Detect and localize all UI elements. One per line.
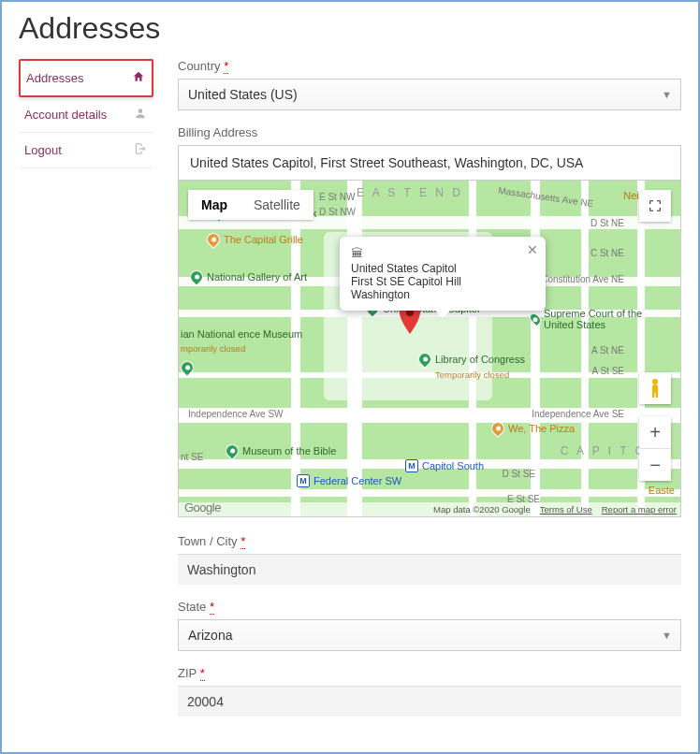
zip-label: ZIP *	[178, 666, 681, 680]
map-terms-link[interactable]: Terms of Use	[540, 504, 592, 515]
page-title: Addresses	[19, 11, 681, 46]
sidebar-item-label: Addresses	[26, 71, 83, 85]
sidebar: Addresses Account details Logout	[19, 59, 153, 732]
info-title: United States Capitol	[351, 262, 457, 275]
road-label: Independence Ave SW	[188, 409, 284, 419]
map-poi[interactable]: We, The Pizza	[491, 422, 575, 435]
map-poi[interactable]: Easte	[649, 485, 675, 496]
sidebar-item-label: Logout	[24, 143, 62, 157]
billing-address-input[interactable]	[178, 145, 681, 181]
logout-icon	[133, 142, 148, 158]
map-type-control: Map Satellite	[188, 190, 314, 220]
zip-input[interactable]	[178, 686, 681, 717]
fullscreen-button[interactable]	[639, 190, 671, 222]
road-label: D St SE	[502, 469, 535, 479]
svg-point-2	[652, 379, 658, 384]
svg-rect-5	[656, 392, 658, 398]
info-line: First St SE Capitol Hill Washington	[351, 275, 461, 301]
map-poi[interactable]: Library of Congress Temporarily closed	[418, 353, 525, 380]
zoom-in-button[interactable]: +	[639, 416, 671, 448]
zoom-out-button[interactable]: −	[639, 449, 671, 481]
road-label: A St SE	[592, 366, 624, 376]
map-info-window: ✕ 🏛 United States Capitol First St SE Ca…	[340, 237, 546, 311]
map-footer: Google Map data ©2020 Google Terms of Us…	[179, 502, 680, 516]
map-type-satellite-button[interactable]: Satellite	[241, 190, 314, 220]
sidebar-item-addresses[interactable]: Addresses	[19, 59, 153, 97]
map-poi[interactable]: Museum of the Bible	[226, 444, 336, 457]
billing-label: Billing Address	[178, 125, 681, 139]
road-label: Independence Ave SE	[532, 409, 624, 419]
svg-rect-4	[652, 392, 654, 398]
country-label: Country *	[178, 59, 681, 73]
state-select[interactable]: Arizona	[178, 619, 681, 651]
svg-point-0	[139, 109, 143, 113]
home-icon	[131, 70, 146, 86]
map-zoom-control: + −	[639, 416, 671, 481]
map-area-label: E A S T E N D	[357, 186, 463, 199]
map-metro-poi[interactable]: MFederal Center SW	[297, 474, 401, 487]
town-label: Town / City *	[178, 534, 681, 548]
map-poi[interactable]: ian National ence Museum mporarily close…	[181, 328, 302, 374]
map-copyright: Map data ©2020 Google	[433, 504, 531, 515]
landmark-icon: 🏛	[351, 246, 363, 260]
close-icon[interactable]: ✕	[527, 242, 538, 257]
road-label: C St NE	[591, 248, 624, 258]
user-icon	[133, 107, 148, 123]
map-type-map-button[interactable]: Map	[188, 190, 241, 220]
road-label: A St NE	[591, 345, 624, 355]
map-metro-poi[interactable]: MCapitol South	[405, 459, 484, 472]
road-label: E St NW	[319, 192, 355, 202]
map-poi[interactable]: National Gallery of Art	[190, 270, 307, 283]
main-form: Country * United States (US) ▼ Billing A…	[178, 59, 681, 732]
road-label: Constitution Ave NE	[541, 274, 624, 284]
sidebar-item-logout[interactable]: Logout	[19, 133, 153, 168]
sidebar-item-label: Account details	[24, 108, 107, 122]
map-poi[interactable]: Supreme Court of the United States	[531, 308, 652, 330]
road-label: nt SE	[181, 452, 203, 462]
country-select[interactable]: United States (US)	[178, 79, 681, 110]
road-label: D St NE	[591, 218, 624, 228]
map[interactable]: E A S T E N D C A P I T O L Massachusett…	[178, 181, 681, 517]
road-label: Massachusetts Ave NE	[498, 185, 594, 209]
google-logo: Google	[184, 500, 221, 515]
road-label: D St NW	[319, 207, 356, 217]
map-poi[interactable]: The Capital Grille	[207, 233, 303, 246]
pegman-icon[interactable]	[639, 372, 671, 404]
town-input[interactable]	[178, 554, 681, 585]
map-report-link[interactable]: Report a map error	[602, 504, 677, 515]
sidebar-item-account-details[interactable]: Account details	[19, 97, 153, 133]
state-label: State *	[178, 600, 681, 614]
svg-rect-3	[652, 384, 658, 393]
